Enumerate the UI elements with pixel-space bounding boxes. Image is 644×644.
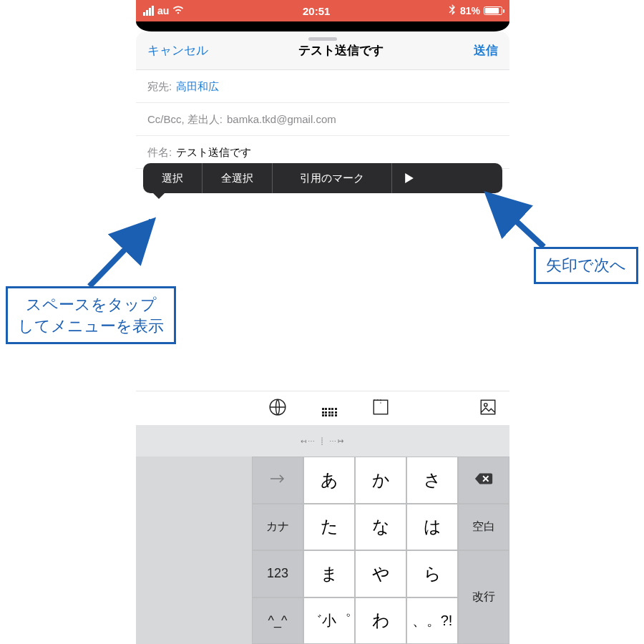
arrow-left-annot — [82, 218, 161, 293]
subject-label: 件名: — [147, 146, 172, 160]
key-na[interactable]: な — [355, 504, 406, 551]
text-context-menu: 選択 全選択 引用のマーク — [143, 163, 502, 193]
key-123[interactable]: 123 — [252, 550, 303, 597]
kana-keyboard: あ か さ カナ た な は 空白 123 ま や ら 改行 ^_^ ゛小゜ わ… — [136, 457, 509, 644]
key-ma[interactable]: ま — [303, 550, 355, 597]
status-bar: au 20:51 81% — [136, 0, 509, 21]
battery-icon — [484, 6, 502, 15]
compose-fields: 宛先: 高田和広 Cc/Bcc, 差出人: bamka.tkd@gmail.co… — [136, 70, 509, 169]
key-dakuten[interactable]: ゛小゜ — [303, 597, 355, 645]
time-label: 20:51 — [184, 5, 449, 17]
key-punct[interactable]: 、。?! — [406, 597, 458, 645]
message-body[interactable] — [136, 169, 509, 337]
to-field[interactable]: 宛先: 高田和広 — [136, 70, 509, 103]
carrier-label: au — [157, 5, 169, 16]
key-delete[interactable] — [458, 457, 509, 504]
cursor-move-handle: ↤⋯ ┊ ⋯↦ — [301, 437, 345, 445]
arrow-right-annot — [479, 193, 551, 253]
svg-rect-2 — [481, 400, 495, 414]
key-ra[interactable]: ら — [406, 550, 458, 597]
menu-select-all[interactable]: 全選択 — [203, 163, 273, 193]
to-label: 宛先: — [147, 80, 172, 94]
battery-pct: 81% — [460, 5, 480, 16]
key-next[interactable] — [252, 457, 303, 504]
annotation-left-line1: スペースをタップ — [26, 296, 157, 313]
annotation-left: スペースをタップ してメニューを表示 — [6, 286, 176, 344]
annotation-left-line2: してメニューを表示 — [18, 317, 164, 335]
key-emoji[interactable]: ^_^ — [252, 597, 303, 645]
compose-header: キャンセル テスト送信です 送信 — [136, 31, 509, 70]
menu-next-arrow[interactable] — [392, 163, 426, 193]
cc-value: bamka.tkd@gmail.com — [227, 113, 336, 127]
globe-icon[interactable] — [252, 398, 303, 419]
key-sa[interactable]: さ — [406, 457, 458, 504]
key-ha[interactable]: は — [406, 504, 458, 551]
send-button[interactable]: 送信 — [474, 42, 498, 59]
keyboard-grid-icon[interactable] — [303, 400, 355, 416]
wifi-icon — [172, 4, 184, 18]
to-value: 高田和広 — [176, 80, 219, 94]
cc-field[interactable]: Cc/Bcc, 差出人: bamka.tkd@gmail.com — [136, 103, 509, 136]
keyboard-toolbar — [136, 391, 509, 425]
phone-frame: au 20:51 81% キャンセル テスト送信です 送信 宛先: 高田和広 C… — [136, 0, 509, 644]
suggestion-bar[interactable]: ↤⋯ ┊ ⋯↦ — [136, 425, 509, 457]
svg-point-3 — [484, 403, 487, 406]
notch-strip — [136, 21, 509, 31]
cancel-button[interactable]: キャンセル — [147, 42, 208, 59]
key-return[interactable]: 改行 — [458, 550, 509, 644]
keyboard-left-pad — [136, 457, 252, 644]
key-a[interactable]: あ — [303, 457, 355, 504]
compose-title: テスト送信です — [208, 42, 474, 59]
signal-icon — [143, 6, 154, 16]
key-ta[interactable]: た — [303, 504, 355, 551]
photo-icon[interactable] — [467, 398, 509, 419]
key-ka[interactable]: か — [355, 457, 406, 504]
key-ya[interactable]: や — [355, 550, 406, 597]
key-wa[interactable]: わ — [355, 597, 406, 645]
bluetooth-icon — [449, 4, 457, 18]
menu-quote[interactable]: 引用のマーク — [273, 163, 392, 193]
subject-value: テスト送信です — [176, 146, 251, 160]
svg-rect-1 — [374, 400, 388, 414]
menu-select[interactable]: 選択 — [143, 163, 203, 193]
handwriting-icon[interactable] — [355, 398, 406, 419]
key-space[interactable]: 空白 — [458, 504, 509, 551]
cc-label: Cc/Bcc, 差出人: — [147, 113, 223, 127]
key-kana[interactable]: カナ — [252, 504, 303, 551]
